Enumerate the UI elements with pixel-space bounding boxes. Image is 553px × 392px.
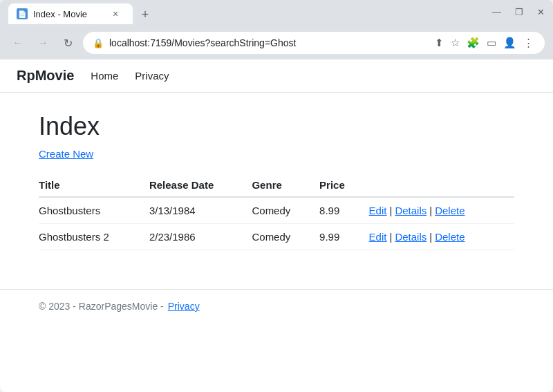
- share-icon[interactable]: ⬆: [433, 35, 445, 50]
- reload-button[interactable]: ↻: [58, 33, 77, 53]
- forward-button[interactable]: →: [33, 33, 53, 53]
- main-content: Index Create New Title Release Date Genr…: [0, 93, 553, 267]
- action-edit-link[interactable]: Edit: [369, 231, 387, 243]
- table-cell-3: 8.99: [319, 197, 369, 224]
- extensions-icon[interactable]: 🧩: [465, 35, 481, 50]
- action-separator: |: [389, 231, 392, 243]
- action-delete-link[interactable]: Delete: [435, 205, 465, 216]
- table-cell-0: Ghostbusters: [39, 197, 149, 224]
- sidebar-icon[interactable]: ▭: [485, 35, 498, 50]
- tab-title: Index - Movie: [33, 9, 87, 19]
- site-brand[interactable]: RpMovie: [17, 68, 74, 84]
- new-tab-button[interactable]: +: [135, 5, 155, 24]
- footer-privacy-link[interactable]: Privacy: [168, 301, 200, 312]
- nav-link-home[interactable]: Home: [91, 70, 118, 82]
- lock-icon: 🔒: [93, 38, 104, 48]
- page-title: Index: [39, 112, 514, 141]
- col-header-title: Title: [39, 174, 149, 197]
- table-cell-2: Comedy: [252, 197, 319, 224]
- table-row: Ghostbusters 22/23/1986Comedy9.99Edit | …: [39, 224, 514, 250]
- table-cell-0: Ghostbusters 2: [39, 224, 149, 250]
- table-cell-3: 9.99: [319, 224, 369, 250]
- address-bar-row: ← → ↻ 🔒 localhost:7159/Movies?searchStri…: [0, 28, 553, 59]
- col-header-genre: Genre: [252, 174, 319, 197]
- action-delete-link[interactable]: Delete: [435, 231, 465, 243]
- col-header-release-date: Release Date: [149, 174, 252, 197]
- window-controls: — ❐ ✕: [492, 7, 545, 21]
- table-cell-actions: Edit | Details | Delete: [369, 224, 514, 250]
- back-button[interactable]: ←: [8, 33, 28, 53]
- profile-icon[interactable]: 👤: [502, 35, 518, 50]
- address-text: localhost:7159/Movies?searchString=Ghost: [109, 37, 428, 48]
- page-content: RpMovie Home Privacy Index Create New Ti…: [0, 59, 553, 392]
- browser-window: Index - Movie × + — ❐ ✕ ← → ↻ 🔒 localhos…: [0, 0, 553, 392]
- bookmark-icon[interactable]: ☆: [449, 35, 461, 50]
- action-edit-link[interactable]: Edit: [369, 205, 387, 216]
- tab-favicon-icon: [17, 8, 28, 19]
- table-cell-1: 3/13/1984: [149, 197, 252, 224]
- site-nav: RpMovie Home Privacy: [0, 59, 553, 93]
- action-separator: |: [429, 231, 432, 243]
- movie-table: Title Release Date Genre Price Ghostbust…: [39, 174, 514, 250]
- close-button[interactable]: ✕: [537, 7, 545, 17]
- nav-link-privacy[interactable]: Privacy: [135, 70, 169, 82]
- create-new-link[interactable]: Create New: [39, 148, 93, 160]
- address-bar-icons: ⬆ ☆ 🧩 ▭ 👤 ⋮: [433, 35, 535, 50]
- action-details-link[interactable]: Details: [395, 231, 427, 243]
- table-row: Ghostbusters3/13/1984Comedy8.99Edit | De…: [39, 197, 514, 224]
- col-header-actions: [369, 174, 514, 197]
- table-header-row: Title Release Date Genre Price: [39, 174, 514, 197]
- tab-close-button[interactable]: ×: [109, 8, 122, 20]
- footer-text: © 2023 - RazorPagesMovie -: [39, 301, 164, 312]
- minimize-button[interactable]: —: [492, 7, 501, 17]
- site-footer: © 2023 - RazorPagesMovie - Privacy: [0, 289, 553, 323]
- action-links: Edit | Details | Delete: [369, 205, 503, 216]
- tabs-section: Index - Movie × +: [8, 3, 492, 24]
- table-cell-2: Comedy: [252, 224, 319, 250]
- maximize-button[interactable]: ❐: [515, 7, 523, 17]
- menu-icon[interactable]: ⋮: [522, 35, 535, 50]
- action-details-link[interactable]: Details: [395, 205, 427, 216]
- address-bar[interactable]: 🔒 localhost:7159/Movies?searchString=Gho…: [83, 32, 545, 54]
- table-cell-actions: Edit | Details | Delete: [369, 197, 514, 224]
- col-header-price: Price: [319, 174, 369, 197]
- title-bar: Index - Movie × + — ❐ ✕: [0, 0, 553, 28]
- active-tab[interactable]: Index - Movie ×: [8, 3, 133, 24]
- table-cell-1: 2/23/1986: [149, 224, 252, 250]
- action-separator: |: [389, 205, 392, 216]
- action-links: Edit | Details | Delete: [369, 231, 503, 243]
- action-separator: |: [429, 205, 432, 216]
